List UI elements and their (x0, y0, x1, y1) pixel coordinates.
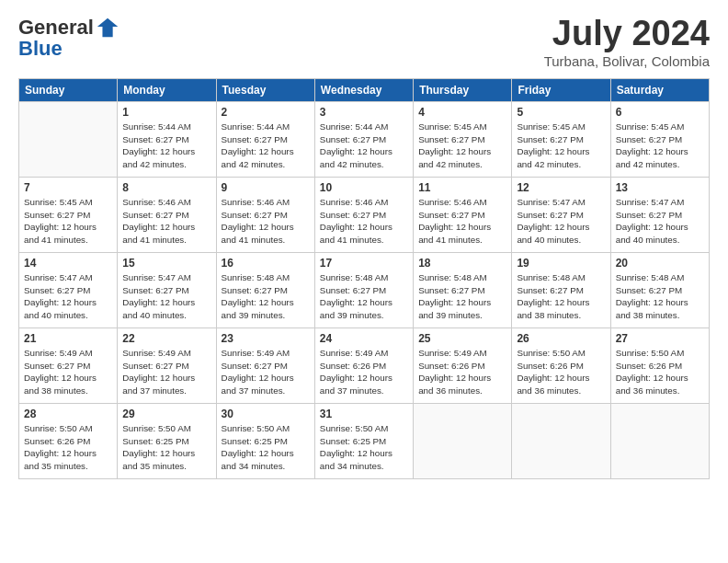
day-number: 29 (122, 408, 210, 420)
day-info: Sunrise: 5:48 AM Sunset: 6:27 PM Dayligh… (320, 271, 408, 322)
day-info: Sunrise: 5:45 AM Sunset: 6:27 PM Dayligh… (24, 196, 112, 247)
day-info: Sunrise: 5:50 AM Sunset: 6:25 PM Dayligh… (122, 422, 210, 473)
table-row: 20Sunrise: 5:48 AM Sunset: 6:27 PM Dayli… (610, 252, 709, 327)
header-tuesday: Tuesday (216, 78, 314, 101)
calendar-week-row: 1Sunrise: 5:44 AM Sunset: 6:27 PM Daylig… (19, 101, 710, 177)
logo-icon (96, 15, 121, 40)
day-number: 3 (320, 106, 408, 119)
day-info: Sunrise: 5:47 AM Sunset: 6:27 PM Dayligh… (616, 196, 704, 247)
table-row: 28Sunrise: 5:50 AM Sunset: 6:26 PM Dayli… (19, 403, 118, 478)
day-info: Sunrise: 5:44 AM Sunset: 6:27 PM Dayligh… (222, 121, 310, 171)
day-number: 21 (24, 332, 112, 345)
day-info: Sunrise: 5:49 AM Sunset: 6:27 PM Dayligh… (122, 347, 210, 397)
header-thursday: Thursday (414, 78, 512, 101)
day-info: Sunrise: 5:48 AM Sunset: 6:27 PM Dayligh… (222, 271, 310, 322)
table-row: 23Sunrise: 5:49 AM Sunset: 6:27 PM Dayli… (216, 327, 314, 403)
day-number: 31 (320, 408, 408, 420)
table-row: 22Sunrise: 5:49 AM Sunset: 6:27 PM Dayli… (118, 327, 216, 403)
day-number: 18 (418, 257, 506, 270)
day-info: Sunrise: 5:44 AM Sunset: 6:27 PM Dayligh… (122, 121, 210, 171)
table-row: 31Sunrise: 5:50 AM Sunset: 6:25 PM Dayli… (314, 403, 413, 478)
day-info: Sunrise: 5:47 AM Sunset: 6:27 PM Dayligh… (24, 271, 112, 322)
day-info: Sunrise: 5:49 AM Sunset: 6:27 PM Dayligh… (222, 347, 310, 397)
day-info: Sunrise: 5:47 AM Sunset: 6:27 PM Dayligh… (517, 196, 605, 247)
table-row: 26Sunrise: 5:50 AM Sunset: 6:26 PM Dayli… (512, 327, 610, 403)
table-row: 8Sunrise: 5:46 AM Sunset: 6:27 PM Daylig… (118, 177, 216, 252)
calendar-header-row: Sunday Monday Tuesday Wednesday Thursday… (19, 78, 710, 101)
day-number: 5 (517, 106, 605, 119)
header-saturday: Saturday (610, 78, 709, 101)
header-wednesday: Wednesday (314, 78, 413, 101)
calendar-week-row: 28Sunrise: 5:50 AM Sunset: 6:26 PM Dayli… (19, 403, 710, 478)
table-row (414, 403, 512, 478)
day-info: Sunrise: 5:50 AM Sunset: 6:26 PM Dayligh… (616, 347, 704, 397)
table-row: 10Sunrise: 5:46 AM Sunset: 6:27 PM Dayli… (314, 177, 413, 252)
day-info: Sunrise: 5:46 AM Sunset: 6:27 PM Dayligh… (418, 196, 506, 247)
calendar-week-row: 7Sunrise: 5:45 AM Sunset: 6:27 PM Daylig… (19, 177, 710, 252)
table-row: 17Sunrise: 5:48 AM Sunset: 6:27 PM Dayli… (314, 252, 413, 327)
day-info: Sunrise: 5:45 AM Sunset: 6:27 PM Dayligh… (616, 121, 704, 171)
header-friday: Friday (512, 78, 610, 101)
day-info: Sunrise: 5:46 AM Sunset: 6:27 PM Dayligh… (222, 196, 310, 247)
day-number: 11 (418, 181, 506, 194)
day-info: Sunrise: 5:49 AM Sunset: 6:27 PM Dayligh… (24, 347, 112, 397)
day-info: Sunrise: 5:50 AM Sunset: 6:25 PM Dayligh… (222, 422, 310, 473)
calendar-week-row: 21Sunrise: 5:49 AM Sunset: 6:27 PM Dayli… (19, 327, 710, 403)
day-info: Sunrise: 5:47 AM Sunset: 6:27 PM Dayligh… (122, 271, 210, 322)
table-row: 16Sunrise: 5:48 AM Sunset: 6:27 PM Dayli… (216, 252, 314, 327)
day-info: Sunrise: 5:48 AM Sunset: 6:27 PM Dayligh… (517, 271, 605, 322)
table-row: 15Sunrise: 5:47 AM Sunset: 6:27 PM Dayli… (118, 252, 216, 327)
day-number: 25 (418, 332, 506, 345)
header-sunday: Sunday (19, 78, 118, 101)
day-info: Sunrise: 5:45 AM Sunset: 6:27 PM Dayligh… (418, 121, 506, 171)
day-info: Sunrise: 5:49 AM Sunset: 6:26 PM Dayligh… (320, 347, 408, 397)
day-number: 14 (24, 257, 112, 270)
month-title: July 2024 (544, 15, 710, 53)
day-number: 16 (222, 257, 310, 270)
day-info: Sunrise: 5:48 AM Sunset: 6:27 PM Dayligh… (418, 271, 506, 322)
day-number: 30 (222, 408, 310, 420)
table-row: 13Sunrise: 5:47 AM Sunset: 6:27 PM Dayli… (610, 177, 709, 252)
table-row: 14Sunrise: 5:47 AM Sunset: 6:27 PM Dayli… (19, 252, 118, 327)
day-number: 27 (616, 332, 704, 345)
day-number: 28 (24, 408, 112, 420)
table-row: 9Sunrise: 5:46 AM Sunset: 6:27 PM Daylig… (216, 177, 314, 252)
day-info: Sunrise: 5:50 AM Sunset: 6:26 PM Dayligh… (517, 347, 605, 397)
day-info: Sunrise: 5:48 AM Sunset: 6:27 PM Dayligh… (616, 271, 704, 322)
table-row (19, 101, 118, 177)
day-number: 7 (24, 181, 112, 194)
day-number: 20 (616, 257, 704, 270)
calendar-body: 1Sunrise: 5:44 AM Sunset: 6:27 PM Daylig… (19, 101, 710, 478)
day-info: Sunrise: 5:46 AM Sunset: 6:27 PM Dayligh… (122, 196, 210, 247)
header-monday: Monday (118, 78, 216, 101)
table-row: 2Sunrise: 5:44 AM Sunset: 6:27 PM Daylig… (216, 101, 314, 177)
logo: General Blue (18, 15, 121, 61)
page-header: General Blue July 2024 Turbana, Bolivar,… (18, 15, 710, 69)
table-row: 19Sunrise: 5:48 AM Sunset: 6:27 PM Dayli… (512, 252, 610, 327)
day-info: Sunrise: 5:49 AM Sunset: 6:26 PM Dayligh… (418, 347, 506, 397)
day-info: Sunrise: 5:50 AM Sunset: 6:26 PM Dayligh… (24, 422, 112, 473)
table-row: 6Sunrise: 5:45 AM Sunset: 6:27 PM Daylig… (610, 101, 709, 177)
day-number: 26 (517, 332, 605, 345)
table-row (512, 403, 610, 478)
table-row: 7Sunrise: 5:45 AM Sunset: 6:27 PM Daylig… (19, 177, 118, 252)
table-row: 29Sunrise: 5:50 AM Sunset: 6:25 PM Dayli… (118, 403, 216, 478)
location-title: Turbana, Bolivar, Colombia (544, 53, 710, 69)
table-row: 18Sunrise: 5:48 AM Sunset: 6:27 PM Dayli… (414, 252, 512, 327)
day-number: 10 (320, 181, 408, 194)
day-number: 22 (122, 332, 210, 345)
day-number: 19 (517, 257, 605, 270)
calendar-table: Sunday Monday Tuesday Wednesday Thursday… (18, 78, 710, 479)
table-row (610, 403, 709, 478)
table-row: 21Sunrise: 5:49 AM Sunset: 6:27 PM Dayli… (19, 327, 118, 403)
day-number: 12 (517, 181, 605, 194)
day-info: Sunrise: 5:44 AM Sunset: 6:27 PM Dayligh… (320, 121, 408, 171)
day-info: Sunrise: 5:50 AM Sunset: 6:25 PM Dayligh… (320, 422, 408, 473)
table-row: 30Sunrise: 5:50 AM Sunset: 6:25 PM Dayli… (216, 403, 314, 478)
table-row: 1Sunrise: 5:44 AM Sunset: 6:27 PM Daylig… (118, 101, 216, 177)
day-number: 13 (616, 181, 704, 194)
day-number: 9 (222, 181, 310, 194)
calendar-week-row: 14Sunrise: 5:47 AM Sunset: 6:27 PM Dayli… (19, 252, 710, 327)
table-row: 4Sunrise: 5:45 AM Sunset: 6:27 PM Daylig… (414, 101, 512, 177)
day-number: 23 (222, 332, 310, 345)
